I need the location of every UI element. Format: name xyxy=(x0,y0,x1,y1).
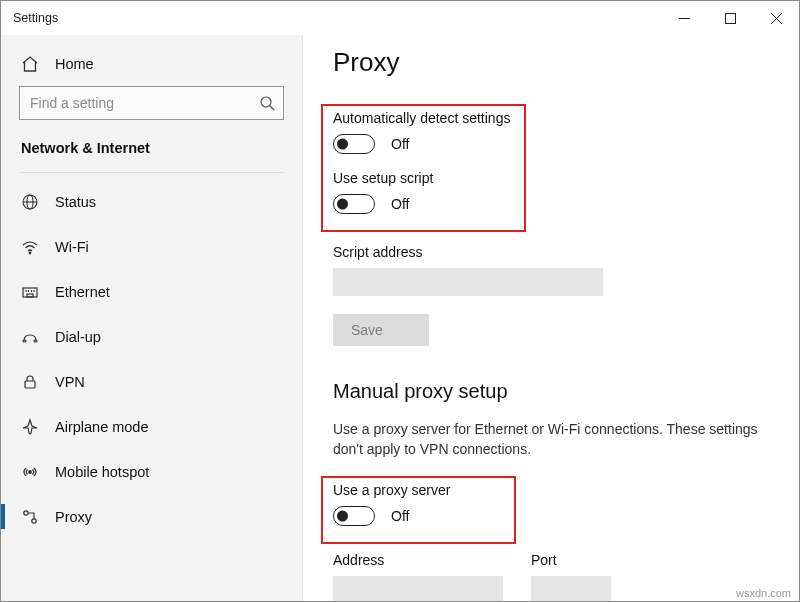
sidebar-home[interactable]: Home xyxy=(1,41,302,86)
manual-setup-desc: Use a proxy server for Ethernet or Wi-Fi… xyxy=(333,419,763,460)
search-wrap xyxy=(1,86,302,130)
setup-script-label: Use setup script xyxy=(333,170,514,186)
sidebar-divider xyxy=(19,172,284,173)
close-button[interactable] xyxy=(753,1,799,35)
sidebar-item-label: Mobile hotspot xyxy=(55,464,149,480)
use-proxy-toggle[interactable] xyxy=(333,506,375,526)
content: Proxy Automatically detect settings Off … xyxy=(303,35,799,601)
use-proxy-label: Use a proxy server xyxy=(333,482,504,498)
globe-icon xyxy=(21,193,39,211)
script-address-label: Script address xyxy=(333,244,769,260)
home-icon xyxy=(21,55,39,73)
sidebar-item-wifi[interactable]: Wi-Fi xyxy=(1,224,302,269)
save-button: Save xyxy=(333,314,429,346)
settings-window: Settings Home xyxy=(0,0,800,602)
sidebar: Home Network & Internet Status xyxy=(1,35,303,601)
svg-rect-1 xyxy=(725,13,735,23)
search-icon xyxy=(259,95,275,111)
svg-point-21 xyxy=(32,518,36,522)
maximize-icon xyxy=(725,13,736,24)
highlight-box-manual: Use a proxy server Off xyxy=(321,476,516,544)
sidebar-item-label: Status xyxy=(55,194,96,210)
auto-detect-state: Off xyxy=(391,136,409,152)
setup-script-state: Off xyxy=(391,196,409,212)
auto-detect-toggle[interactable] xyxy=(333,134,375,154)
port-input xyxy=(531,576,611,601)
svg-point-20 xyxy=(24,510,28,514)
svg-point-9 xyxy=(29,252,31,254)
svg-rect-11 xyxy=(27,294,33,297)
sidebar-item-label: Dial-up xyxy=(55,329,101,345)
maximize-button[interactable] xyxy=(707,1,753,35)
minimize-icon xyxy=(679,13,690,24)
search-input[interactable] xyxy=(30,95,259,111)
sidebar-item-label: Airplane mode xyxy=(55,419,149,435)
sidebar-item-ethernet[interactable]: Ethernet xyxy=(1,269,302,314)
address-input xyxy=(333,576,503,601)
port-label: Port xyxy=(531,552,611,568)
sidebar-item-airplane[interactable]: Airplane mode xyxy=(1,404,302,449)
titlebar: Settings xyxy=(1,1,799,35)
sidebar-item-label: Proxy xyxy=(55,509,92,525)
close-icon xyxy=(771,13,782,24)
use-proxy-state: Off xyxy=(391,508,409,524)
sidebar-item-label: Ethernet xyxy=(55,284,110,300)
script-address-input xyxy=(333,268,603,296)
sidebar-item-vpn[interactable]: VPN xyxy=(1,359,302,404)
setup-script-toggle[interactable] xyxy=(333,194,375,214)
highlight-box-auto: Automatically detect settings Off Use se… xyxy=(321,104,526,232)
address-label: Address xyxy=(333,552,517,568)
wifi-icon xyxy=(21,238,39,256)
page-title: Proxy xyxy=(333,47,769,78)
sidebar-item-hotspot[interactable]: Mobile hotspot xyxy=(1,449,302,494)
svg-point-4 xyxy=(261,97,271,107)
auto-detect-label: Automatically detect settings xyxy=(333,110,514,126)
sidebar-home-label: Home xyxy=(55,56,94,72)
window-controls xyxy=(661,1,799,35)
proxy-icon xyxy=(21,508,39,526)
svg-line-5 xyxy=(270,106,274,110)
sidebar-section-heading: Network & Internet xyxy=(1,130,302,168)
airplane-icon xyxy=(21,418,39,436)
svg-rect-10 xyxy=(23,288,37,297)
window-title: Settings xyxy=(13,11,58,25)
vpn-icon xyxy=(21,373,39,391)
ethernet-icon xyxy=(21,283,39,301)
search-box[interactable] xyxy=(19,86,284,120)
manual-setup-title: Manual proxy setup xyxy=(333,380,769,403)
minimize-button[interactable] xyxy=(661,1,707,35)
sidebar-item-label: VPN xyxy=(55,374,85,390)
svg-rect-18 xyxy=(25,381,35,388)
hotspot-icon xyxy=(21,463,39,481)
watermark: wsxdn.com xyxy=(736,587,791,599)
sidebar-item-label: Wi-Fi xyxy=(55,239,89,255)
sidebar-item-status[interactable]: Status xyxy=(1,179,302,224)
dialup-icon xyxy=(21,328,39,346)
sidebar-item-proxy[interactable]: Proxy xyxy=(1,494,302,539)
svg-point-19 xyxy=(29,470,32,473)
sidebar-item-dialup[interactable]: Dial-up xyxy=(1,314,302,359)
